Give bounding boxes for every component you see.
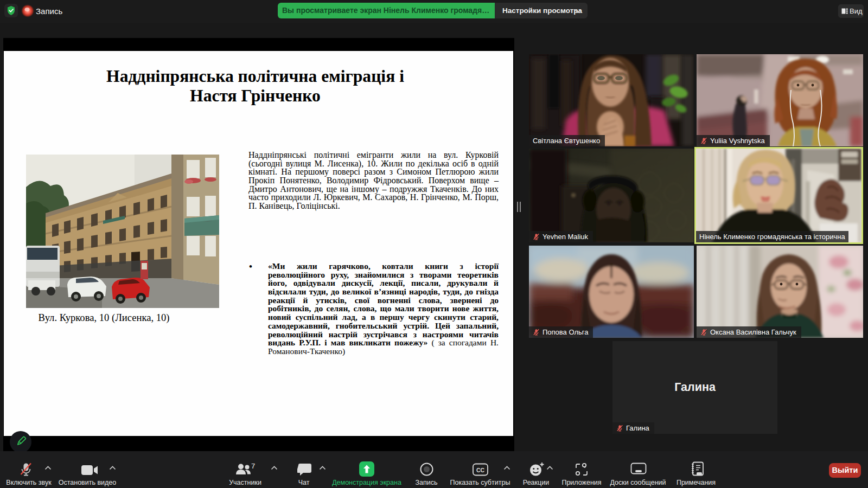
svg-text:CC: CC <box>476 467 485 473</box>
